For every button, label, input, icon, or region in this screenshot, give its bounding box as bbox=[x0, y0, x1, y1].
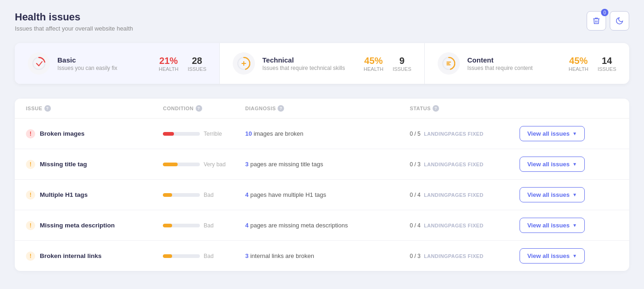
diagnosis-broken-images: 10 images are broken bbox=[245, 130, 410, 137]
condition-help-icon: ? bbox=[196, 105, 202, 112]
status-broken-images: 0 / 5 LANDINGPAGES FIXED bbox=[410, 131, 520, 137]
action-missing-title: View all issues ▼ bbox=[520, 157, 618, 172]
technical-issues-value: 9 bbox=[393, 56, 411, 66]
moon-button[interactable] bbox=[610, 11, 629, 31]
condition-label: Bad bbox=[204, 192, 213, 198]
technical-icon-wrap bbox=[233, 52, 255, 75]
status-missing-title: 0 / 3 LANDINGPAGES FIXED bbox=[410, 161, 520, 168]
basic-icon bbox=[32, 57, 45, 70]
issue-help-icon: ? bbox=[44, 105, 51, 112]
svg-line-3 bbox=[39, 62, 42, 66]
issue-name-missing-title: ! Missing title tag bbox=[26, 160, 163, 169]
condition-missing-meta: Bad bbox=[163, 222, 245, 229]
status-broken-links: 0 / 3 LANDINGPAGES FIXED bbox=[410, 253, 520, 259]
basic-info: Basic Issues you can easily fix bbox=[57, 56, 151, 71]
badge-count: 0 bbox=[601, 9, 608, 16]
th-diagnosis: DIAGNOSIS ? bbox=[245, 105, 410, 112]
status-missing-meta: 0 / 4 LANDINGPAGES FIXED bbox=[410, 222, 520, 229]
table-row: ! Multiple H1 tags Bad 4 pages have mult… bbox=[15, 180, 629, 210]
diagnosis-count: 3 bbox=[245, 161, 248, 168]
severity-icon-missing-title: ! bbox=[26, 160, 35, 169]
th-action bbox=[520, 105, 618, 112]
condition-label: Bad bbox=[204, 253, 213, 259]
issue-name-multiple-h1: ! Multiple H1 tags bbox=[26, 190, 163, 200]
condition-bar-fill bbox=[163, 254, 172, 258]
th-issue: ISSUE ? bbox=[26, 105, 163, 112]
content-health-stat: 45% Health bbox=[569, 56, 588, 72]
header-actions: 0 bbox=[587, 11, 629, 31]
view-all-button-multiple-h1[interactable]: View all issues ▼ bbox=[520, 187, 585, 202]
technical-name: Technical bbox=[262, 56, 356, 64]
technical-health-stat: 45% Health bbox=[364, 56, 384, 72]
table-header: ISSUE ? CONDITION ? DIAGNOSIS ? STATUS ? bbox=[15, 99, 629, 119]
technical-stats: 45% Health 9 Issues bbox=[364, 56, 411, 72]
table-row: ! Missing title tag Very bad 3 pages are… bbox=[15, 149, 629, 180]
category-card-content[interactable]: Content Issues that require content 45% … bbox=[425, 43, 629, 84]
condition-label: Bad bbox=[204, 222, 213, 229]
action-multiple-h1: View all issues ▼ bbox=[520, 187, 618, 202]
basic-icon-wrap bbox=[28, 52, 50, 75]
severity-icon-broken-images: ! bbox=[26, 129, 35, 138]
svg-line-2 bbox=[37, 63, 39, 66]
category-card-technical[interactable]: Technical Issues that require technical … bbox=[220, 43, 425, 84]
th-status: STATUS ? bbox=[410, 105, 520, 112]
technical-info: Technical Issues that require technical … bbox=[262, 56, 356, 71]
condition-bar-wrap bbox=[163, 254, 200, 258]
technical-issues-label: Issues bbox=[393, 66, 411, 72]
basic-health-label: Health bbox=[159, 66, 179, 72]
issues-table: ISSUE ? CONDITION ? DIAGNOSIS ? STATUS ?… bbox=[15, 99, 629, 271]
status-multiple-h1: 0 / 4 LANDINGPAGES FIXED bbox=[410, 192, 520, 198]
condition-bar-wrap bbox=[163, 132, 200, 136]
page-wrapper: Health issues Issues that affect your ov… bbox=[0, 0, 644, 282]
technical-health-value: 45% bbox=[364, 56, 384, 66]
table-row: ! Broken images Terrible 10 images are b… bbox=[15, 119, 629, 149]
content-stats: 45% Health 14 Issues bbox=[569, 56, 616, 72]
technical-issues-stat: 9 Issues bbox=[393, 56, 411, 72]
basic-desc: Issues you can easily fix bbox=[57, 65, 151, 71]
issue-name-broken-links: ! Broken internal links bbox=[26, 251, 163, 261]
basic-name: Basic bbox=[57, 56, 151, 64]
content-issues-stat: 14 Issues bbox=[598, 56, 616, 72]
condition-broken-images: Terrible bbox=[163, 131, 245, 137]
action-missing-meta: View all issues ▼ bbox=[520, 218, 618, 233]
condition-label: Very bad bbox=[204, 161, 225, 168]
content-issues-label: Issues bbox=[598, 66, 616, 72]
condition-bar-wrap bbox=[163, 224, 200, 227]
th-condition: CONDITION ? bbox=[163, 105, 245, 112]
basic-health-value: 21% bbox=[159, 56, 179, 66]
page-subtitle: Issues that affect your overall website … bbox=[15, 25, 133, 32]
view-all-button-broken-links[interactable]: View all issues ▼ bbox=[520, 248, 585, 264]
technical-health-label: Health bbox=[364, 66, 384, 72]
condition-bar-fill bbox=[163, 193, 172, 197]
chevron-down-icon: ▼ bbox=[572, 223, 577, 228]
header-row: Health issues Issues that affect your ov… bbox=[15, 11, 629, 32]
diagnosis-count: 4 bbox=[245, 191, 248, 198]
view-all-button-missing-title[interactable]: View all issues ▼ bbox=[520, 157, 585, 172]
diagnosis-missing-meta: 4 pages are missing meta descriptions bbox=[245, 222, 410, 229]
diagnosis-multiple-h1: 4 pages have multiple H1 tags bbox=[245, 191, 410, 198]
diagnosis-count: 3 bbox=[245, 252, 248, 259]
diagnosis-count: 10 bbox=[245, 130, 252, 137]
table-row: ! Broken internal links Bad 3 internal l… bbox=[15, 241, 629, 271]
condition-label: Terrible bbox=[204, 131, 222, 137]
basic-issues-label: Issues bbox=[188, 66, 206, 72]
basic-issues-value: 28 bbox=[188, 56, 206, 66]
action-broken-links: View all issues ▼ bbox=[520, 248, 618, 264]
header-text: Health issues Issues that affect your ov… bbox=[15, 11, 133, 32]
delete-button[interactable]: 0 bbox=[587, 11, 606, 31]
diagnosis-missing-title: 3 pages are missing title tags bbox=[245, 161, 410, 168]
diagnosis-broken-links: 3 internal links are broken bbox=[245, 252, 410, 259]
issue-name-broken-images: ! Broken images bbox=[26, 129, 163, 138]
condition-multiple-h1: Bad bbox=[163, 192, 245, 198]
delete-icon bbox=[592, 17, 601, 25]
condition-bar-wrap bbox=[163, 163, 200, 166]
view-all-button-missing-meta[interactable]: View all issues ▼ bbox=[520, 218, 585, 233]
chevron-down-icon: ▼ bbox=[572, 192, 577, 197]
status-help-icon: ? bbox=[433, 105, 439, 112]
technical-icon bbox=[237, 57, 250, 70]
condition-bar-wrap bbox=[163, 193, 200, 197]
chevron-down-icon: ▼ bbox=[572, 162, 577, 167]
view-all-button-broken-images[interactable]: View all issues ▼ bbox=[520, 126, 585, 141]
category-card-basic[interactable]: Basic Issues you can easily fix 21% Heal… bbox=[15, 43, 220, 84]
category-cards: Basic Issues you can easily fix 21% Heal… bbox=[15, 43, 629, 84]
